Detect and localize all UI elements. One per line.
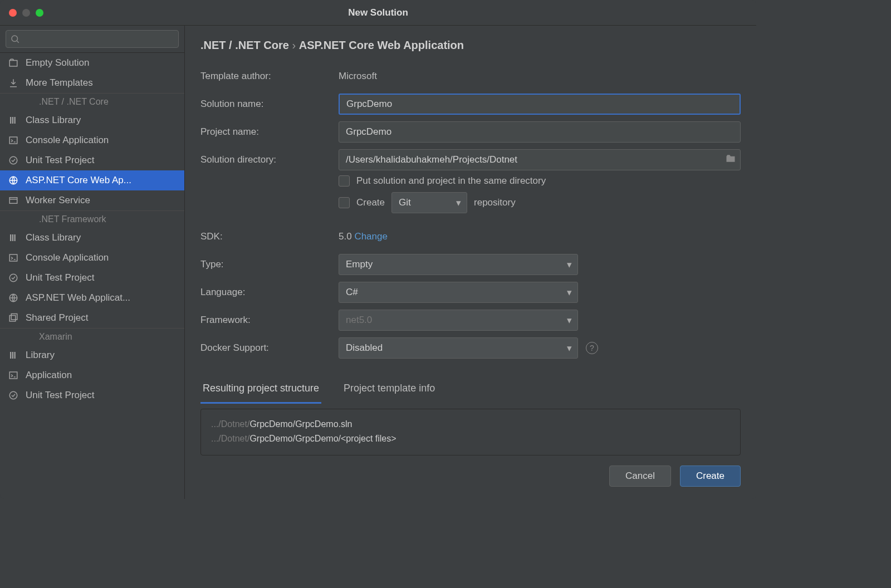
test-icon xyxy=(8,155,19,166)
sidebar-item-console-application[interactable]: Console Application xyxy=(0,130,184,150)
breadcrumb: .NET / .NET Core › ASP.NET Core Web Appl… xyxy=(200,39,741,52)
sidebar-item-application-xam[interactable]: Application xyxy=(0,365,184,385)
sidebar-item-unit-test[interactable]: Unit Test Project xyxy=(0,150,184,170)
docker-help-icon[interactable]: ? xyxy=(586,342,598,354)
close-window-button[interactable] xyxy=(9,9,17,17)
chevron-down-icon: ▾ xyxy=(567,259,572,271)
library-icon xyxy=(8,350,19,361)
sidebar-section-netframework: .NET Framework xyxy=(0,210,184,228)
same-directory-checkbox[interactable] xyxy=(339,175,350,187)
framework-select: net5.0 ▾ xyxy=(339,310,578,331)
create-button[interactable]: Create xyxy=(680,465,741,487)
sidebar-item-label: Console Application xyxy=(26,252,109,263)
project-name-label: Project name: xyxy=(200,126,339,138)
sidebar-section-netcore: .NET / .NET Core xyxy=(0,93,184,110)
solution-dir-input[interactable] xyxy=(339,149,741,170)
sidebar-item-more-templates[interactable]: More Templates xyxy=(0,73,184,93)
svg-rect-22 xyxy=(9,372,17,379)
template-author-value: Microsoft xyxy=(339,71,377,82)
solution-dir-label: Solution directory: xyxy=(200,154,339,165)
template-author-label: Template author: xyxy=(200,71,339,82)
framework-label: Framework: xyxy=(200,315,339,326)
chevron-down-icon: ▾ xyxy=(567,287,572,298)
sidebar-item-console-application-fw[interactable]: Console Application xyxy=(0,248,184,268)
repository-label: repository xyxy=(474,197,516,208)
sidebar-item-label: Console Application xyxy=(26,135,109,146)
sidebar-item-library-xam[interactable]: Library xyxy=(0,345,184,365)
sidebar-item-label: Class Library xyxy=(26,115,81,126)
svg-rect-20 xyxy=(12,352,13,359)
svg-point-23 xyxy=(9,391,17,399)
sidebar-item-aspnet-core-web[interactable]: ASP.NET Core Web Ap... xyxy=(0,170,184,190)
svg-rect-4 xyxy=(12,117,13,124)
svg-rect-14 xyxy=(9,254,17,261)
sidebar-section-xamarin: Xamarin xyxy=(0,328,184,345)
docker-select[interactable]: Disabled ▾ xyxy=(339,337,578,359)
maximize-window-button[interactable] xyxy=(36,9,43,17)
svg-rect-12 xyxy=(12,234,13,241)
globe-icon xyxy=(8,175,19,186)
tab-template-info[interactable]: Project template info xyxy=(341,377,437,404)
sidebar-item-label: Application xyxy=(26,370,72,381)
breadcrumb-section: .NET / .NET Core xyxy=(200,39,289,51)
sidebar-item-unit-test-fw[interactable]: Unit Test Project xyxy=(0,268,184,288)
project-structure-box: .../Dotnet/GrpcDemo/GrpcDemo.sln .../Dot… xyxy=(200,409,741,455)
sidebar-item-worker-service[interactable]: Worker Service xyxy=(0,190,184,210)
sidebar-item-class-library[interactable]: Class Library xyxy=(0,110,184,130)
sidebar-item-class-library-fw[interactable]: Class Library xyxy=(0,228,184,248)
library-icon xyxy=(8,232,19,243)
download-icon xyxy=(8,77,19,89)
svg-rect-6 xyxy=(9,137,17,144)
sidebar-item-label: Unit Test Project xyxy=(26,272,94,283)
project-name-input[interactable] xyxy=(339,121,741,143)
sidebar-item-label: Library xyxy=(26,350,55,361)
breadcrumb-page: ASP.NET Core Web Application xyxy=(299,39,464,51)
svg-rect-19 xyxy=(10,352,11,359)
titlebar: New Solution xyxy=(0,0,756,26)
sidebar-item-label: Shared Project xyxy=(26,312,88,324)
create-repo-checkbox[interactable] xyxy=(339,197,350,208)
sidebar-item-label: More Templates xyxy=(26,77,93,89)
browse-folder-button[interactable] xyxy=(725,153,736,166)
console-icon xyxy=(8,370,19,381)
docker-label: Docker Support: xyxy=(200,342,339,354)
svg-rect-5 xyxy=(14,117,16,124)
cancel-button[interactable]: Cancel xyxy=(609,465,671,487)
same-directory-label: Put solution and project in the same dir… xyxy=(356,175,546,187)
console-icon xyxy=(8,252,19,263)
type-select[interactable]: Empty ▾ xyxy=(339,254,578,275)
sidebar-item-label: Unit Test Project xyxy=(26,155,94,166)
chevron-down-icon: ▾ xyxy=(456,197,461,209)
svg-rect-2 xyxy=(9,61,17,67)
tab-project-structure[interactable]: Resulting project structure xyxy=(200,377,321,404)
empty-solution-icon xyxy=(8,57,19,68)
sidebar-item-label: ASP.NET Web Applicat... xyxy=(26,292,130,303)
window-title: New Solution xyxy=(348,7,408,18)
svg-rect-11 xyxy=(10,234,11,241)
svg-point-15 xyxy=(9,274,17,282)
sidebar-item-shared-project[interactable]: Shared Project xyxy=(0,308,184,328)
svg-point-7 xyxy=(9,156,17,164)
sidebar-item-aspnet-web-fw[interactable]: ASP.NET Web Applicat... xyxy=(0,288,184,308)
solution-name-input[interactable] xyxy=(339,94,741,115)
minimize-window-button[interactable] xyxy=(22,9,30,17)
search-icon xyxy=(10,34,20,46)
sidebar-item-label: Unit Test Project xyxy=(26,390,94,401)
sidebar-item-label: Empty Solution xyxy=(26,57,89,68)
vcs-select[interactable]: Git ▾ xyxy=(391,192,467,213)
language-select[interactable]: C# ▾ xyxy=(339,282,578,303)
console-icon xyxy=(8,135,19,146)
sidebar-item-empty-solution[interactable]: Empty Solution xyxy=(0,53,184,73)
shared-icon xyxy=(8,312,19,324)
sidebar-item-label: Class Library xyxy=(26,232,81,243)
sidebar-item-label: Worker Service xyxy=(26,195,90,206)
globe-icon xyxy=(8,292,19,303)
solution-name-label: Solution name: xyxy=(200,99,339,110)
sidebar-item-unit-test-xam[interactable]: Unit Test Project xyxy=(0,385,184,405)
sdk-change-link[interactable]: Change xyxy=(354,231,388,242)
svg-rect-9 xyxy=(9,198,17,204)
chevron-down-icon: ▾ xyxy=(567,342,572,354)
svg-rect-18 xyxy=(11,314,17,320)
search-input[interactable] xyxy=(6,30,179,48)
svg-rect-3 xyxy=(10,117,11,124)
